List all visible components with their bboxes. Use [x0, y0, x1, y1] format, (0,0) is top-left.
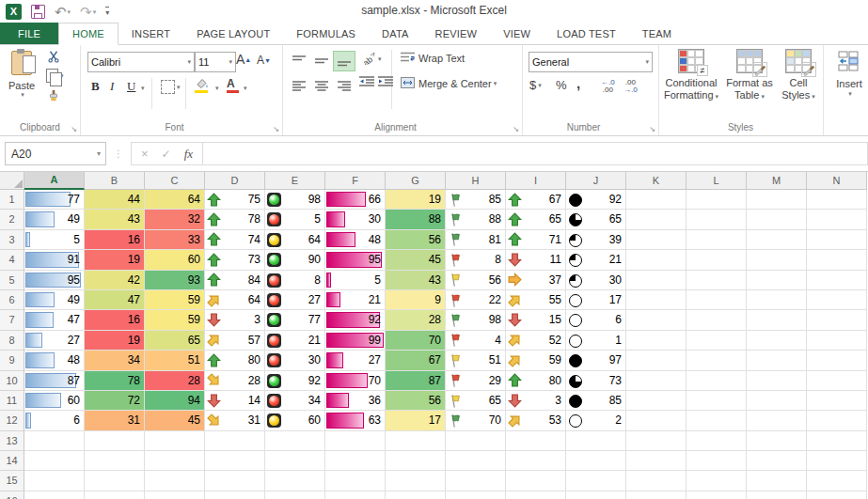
- cell-A13[interactable]: [24, 431, 85, 451]
- fill-color-dropdown-icon[interactable]: ▾: [215, 85, 219, 92]
- tab-view[interactable]: VIEW: [490, 23, 544, 44]
- cell-G4[interactable]: 45: [386, 250, 446, 270]
- cell-I2[interactable]: 65: [506, 210, 566, 229]
- cell-B11[interactable]: 72: [85, 391, 145, 411]
- cell-K5[interactable]: [626, 271, 687, 290]
- cell-K16[interactable]: [626, 491, 687, 499]
- cell-G8[interactable]: 70: [386, 331, 446, 351]
- cell-I10[interactable]: 80: [506, 371, 566, 391]
- cell-F16[interactable]: [325, 491, 386, 499]
- cell-H5[interactable]: 56: [446, 271, 506, 290]
- orientation-dropdown-icon[interactable]: ▾: [378, 55, 382, 63]
- cell-I8[interactable]: 52: [506, 331, 566, 351]
- cell-B4[interactable]: 19: [85, 250, 145, 270]
- cell-F5[interactable]: 5: [325, 271, 386, 290]
- wrap-text-button[interactable]: Wrap Text: [401, 52, 465, 65]
- name-box-dropdown-icon[interactable]: ▾: [97, 149, 101, 158]
- cell-D1[interactable]: 75: [205, 190, 265, 210]
- cell-A16[interactable]: [24, 491, 85, 499]
- accounting-format-button[interactable]: $▾: [529, 78, 542, 92]
- cell-F12[interactable]: 63: [325, 411, 386, 430]
- bold-button[interactable]: B: [91, 79, 100, 94]
- cell-D11[interactable]: 14: [205, 391, 265, 411]
- cell-J9[interactable]: 97: [566, 351, 626, 370]
- cell-E14[interactable]: [265, 451, 325, 471]
- cell-L6[interactable]: [687, 290, 747, 310]
- column-header-I[interactable]: I: [506, 172, 566, 190]
- copy-button[interactable]: ▾: [46, 69, 64, 83]
- format-painter-button[interactable]: [47, 89, 60, 104]
- cell-D8[interactable]: 57: [205, 331, 265, 351]
- column-header-B[interactable]: B: [85, 172, 145, 190]
- row-header-9[interactable]: 9: [0, 351, 24, 370]
- cell-D7[interactable]: 3: [205, 310, 265, 330]
- cell-C3[interactable]: 33: [145, 230, 205, 250]
- cell-F2[interactable]: 30: [325, 210, 386, 229]
- cell-D3[interactable]: 74: [205, 230, 265, 250]
- column-header-M[interactable]: M: [747, 172, 807, 190]
- cell-D2[interactable]: 78: [205, 210, 265, 229]
- paste-button[interactable]: Paste ▾: [6, 51, 38, 99]
- cell-G10[interactable]: 87: [386, 371, 446, 391]
- cell-B9[interactable]: 34: [85, 351, 145, 370]
- column-header-K[interactable]: K: [626, 172, 687, 190]
- percent-style-button[interactable]: %: [556, 78, 567, 92]
- cell-L15[interactable]: [687, 471, 747, 491]
- cell-F1[interactable]: 66: [325, 190, 386, 210]
- cell-G3[interactable]: 56: [386, 230, 446, 250]
- cell-B12[interactable]: 31: [85, 411, 145, 430]
- underline-dropdown-icon[interactable]: ▾: [141, 85, 145, 92]
- cell-F8[interactable]: 99: [325, 331, 386, 351]
- cell-N1[interactable]: [807, 190, 867, 210]
- orientation-button[interactable]: ab ▾: [361, 52, 382, 67]
- cell-N10[interactable]: [807, 371, 867, 391]
- number-dialog-launcher[interactable]: ↘: [649, 125, 655, 133]
- cell-B16[interactable]: [85, 491, 145, 499]
- cell-E16[interactable]: [265, 491, 325, 499]
- cell-G7[interactable]: 28: [386, 310, 446, 330]
- cell-K9[interactable]: [626, 351, 687, 370]
- cell-I4[interactable]: 11: [506, 250, 566, 270]
- cell-G14[interactable]: [386, 451, 446, 471]
- row-header-12[interactable]: 12: [0, 411, 24, 430]
- accounting-dropdown-icon[interactable]: ▾: [538, 82, 542, 89]
- row-header-1[interactable]: 1: [0, 190, 24, 210]
- cell-B2[interactable]: 43: [85, 210, 145, 229]
- cell-I5[interactable]: 37: [506, 271, 566, 290]
- cell-J6[interactable]: 17: [566, 290, 626, 310]
- cell-H11[interactable]: 65: [446, 391, 506, 411]
- cell-A3[interactable]: 5: [24, 230, 85, 250]
- cell-L10[interactable]: [687, 371, 747, 391]
- cell-F15[interactable]: [325, 471, 386, 491]
- cell-D4[interactable]: 73: [205, 250, 265, 270]
- cell-H16[interactable]: [446, 491, 506, 499]
- font-name-select[interactable]: Calibri▾: [87, 52, 195, 72]
- cell-A4[interactable]: 91: [24, 250, 85, 270]
- cell-M14[interactable]: [747, 451, 807, 471]
- cell-H2[interactable]: 88: [446, 210, 506, 229]
- alignment-dialog-launcher[interactable]: ↘: [513, 125, 519, 133]
- cell-C16[interactable]: [145, 491, 205, 499]
- cell-N9[interactable]: [807, 351, 867, 370]
- row-header-2[interactable]: 2: [0, 210, 24, 229]
- cell-D6[interactable]: 64: [205, 290, 265, 310]
- column-header-H[interactable]: H: [446, 172, 506, 190]
- increase-indent-button[interactable]: [378, 76, 393, 89]
- cell-J4[interactable]: 21: [566, 250, 626, 270]
- cell-L7[interactable]: [687, 310, 747, 330]
- cell-K3[interactable]: [626, 230, 687, 250]
- cell-H3[interactable]: 81: [446, 230, 506, 250]
- bottom-align-button[interactable]: [333, 51, 355, 71]
- cell-N11[interactable]: [807, 391, 867, 411]
- cell-C7[interactable]: 59: [145, 310, 205, 330]
- cell-N8[interactable]: [807, 331, 867, 351]
- cell-L4[interactable]: [687, 250, 747, 270]
- cell-I15[interactable]: [506, 471, 566, 491]
- cell-M3[interactable]: [747, 230, 807, 250]
- cell-F7[interactable]: 92: [325, 310, 386, 330]
- cell-D16[interactable]: [205, 491, 265, 499]
- cell-B6[interactable]: 47: [85, 290, 145, 310]
- row-header-3[interactable]: 3: [0, 230, 24, 250]
- cell-E1[interactable]: 98: [265, 190, 325, 210]
- column-header-J[interactable]: J: [566, 172, 626, 190]
